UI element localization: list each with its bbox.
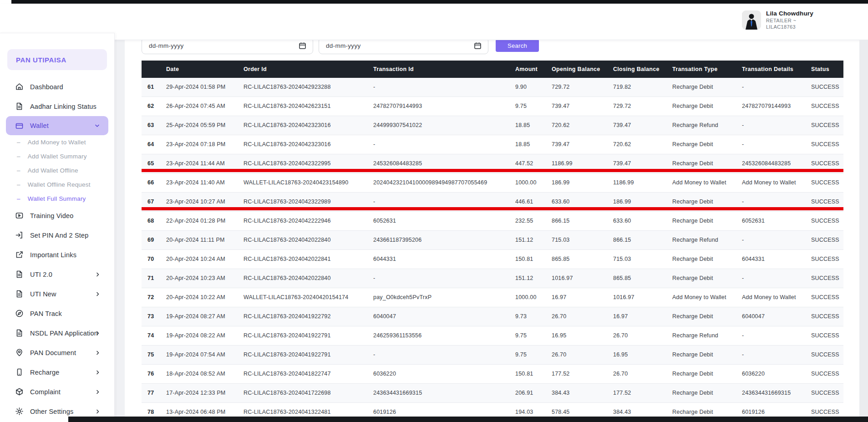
amount-cell: 1000.00: [513, 288, 549, 307]
dash-bullet: –: [17, 195, 20, 202]
sidebar-item-label: Recharge: [30, 369, 59, 376]
transaction-details-cell: 243634431669315: [739, 384, 808, 402]
order-id-cell: WALLET-LILAC18763-20240420154174: [241, 288, 371, 307]
table-row: 7519-Apr-2024 07:54 AMRC-LILAC18763-2024…: [142, 346, 843, 365]
row-number: 71: [142, 269, 163, 288]
vertical-scrollbar-track[interactable]: [859, 40, 868, 417]
table-row: 7120-Apr-2024 10:23 AMRC-LILAC18763-2024…: [142, 269, 843, 288]
status-cell: SUCCESS: [808, 212, 843, 230]
order-id-cell: RC-LILAC18763-2024042222946: [241, 212, 371, 230]
closing-balance-cell: 177.52: [610, 384, 670, 402]
opening-balance-cell: 186.99: [549, 173, 610, 192]
sidebar-item-dashboard[interactable]: Dashboard: [0, 77, 114, 97]
chevron-right-icon: [95, 389, 101, 395]
sidebar-item-set-pin-and-2-step[interactable]: Set PIN And 2 Step: [0, 225, 114, 245]
transaction-details-cell: -: [739, 78, 808, 97]
transaction-type-cell: Recharge Debit: [670, 346, 739, 364]
date-cell: 23-Apr-2024 11:40 AM: [163, 173, 241, 192]
sidebar-item-wallet-full-summary[interactable]: –Wallet Full Summary: [0, 192, 114, 206]
table-row: 7020-Apr-2024 10:24 AMRC-LILAC18763-2024…: [142, 250, 843, 269]
opening-balance-cell: 26.70: [549, 346, 610, 364]
sidebar-item-complaint[interactable]: Complaint: [0, 382, 114, 402]
document-icon: [15, 290, 24, 298]
transaction-id-cell: 6052631: [371, 212, 513, 230]
cube-icon: [15, 387, 24, 396]
transaction-type-cell: Recharge Debit: [670, 135, 739, 154]
chevron-right-icon: [95, 350, 101, 356]
search-button[interactable]: Search: [496, 39, 539, 52]
column-header-date: Date: [163, 61, 241, 78]
column-header-order-id: Order Id: [241, 61, 371, 78]
closing-balance-cell: 739.47: [610, 116, 670, 135]
transaction-id-cell: 246259361153556: [371, 326, 513, 345]
sidebar-item-add-wallet-summary[interactable]: –Add Wallet Summary: [0, 149, 114, 163]
sidebar-item-label: Aadhar Linking Status: [30, 103, 96, 110]
opening-balance-cell: 1016.97: [549, 269, 610, 288]
sidebar-item-aadhar-linking-status[interactable]: Aadhar Linking Status: [0, 97, 114, 116]
closing-balance-cell: 719.82: [610, 78, 670, 97]
sidebar-item-label: Set PIN And 2 Step: [30, 232, 89, 239]
sidebar-item-label: Complaint: [30, 388, 61, 396]
sidebar-item-pan-track[interactable]: PAN Track: [0, 304, 114, 323]
row-number: 63: [142, 116, 163, 135]
transaction-details-cell: Add Money to Wallet: [739, 288, 808, 307]
sidebar: PAN UTIPAISA DashboardAadhar Linking Sta…: [0, 33, 115, 422]
transaction-details-cell: 6052631: [739, 212, 808, 230]
row-number: 69: [142, 231, 163, 249]
sidebar-item-wallet-offline-request[interactable]: –Wallet Offline Request: [0, 178, 114, 192]
red-underline-annotation: [142, 207, 843, 210]
table-row: 6623-Apr-2024 11:40 AMWALLET-LILAC18763-…: [142, 173, 843, 193]
date-cell: 19-Apr-2024 08:22 AM: [163, 326, 241, 345]
date-cell: 22-Apr-2024 01:28 PM: [163, 212, 241, 230]
date-cell: 20-Apr-2024 10:23 AM: [163, 269, 241, 288]
order-id-cell: RC-LILAC18763-2024041822747: [241, 365, 371, 383]
transaction-id-cell: 6036220: [371, 365, 513, 383]
closing-balance-cell: 866.15: [610, 231, 670, 249]
compass-icon: [15, 309, 24, 318]
sidebar-item-pan-document[interactable]: PAN Document: [0, 343, 114, 362]
horizontal-scrollbar[interactable]: [68, 417, 868, 422]
table-row: 7319-Apr-2024 08:27 AMRC-LILAC18763-2024…: [142, 307, 843, 326]
sidebar-item-important-links[interactable]: Important Links: [0, 245, 114, 264]
user-id: LILAC18763: [766, 24, 813, 30]
sidebar-item-uti-new[interactable]: UTI New: [0, 284, 114, 304]
amount-cell: 9.75: [513, 346, 549, 364]
sidebar-item-add-money-to-wallet[interactable]: –Add Money to Wallet: [0, 135, 114, 149]
wallet-icon: [15, 122, 24, 130]
amount-cell: 9.75: [513, 326, 549, 345]
sidebar-item-uti-2-0[interactable]: UTI 2.0: [0, 264, 114, 284]
transaction-details-cell: -: [739, 326, 808, 345]
amount-cell: 1000.00: [513, 173, 549, 192]
date-cell: 26-Apr-2024 07:45 AM: [163, 97, 241, 116]
chevron-right-icon: [95, 408, 101, 414]
closing-balance-cell: 729.72: [610, 97, 670, 116]
closing-balance-cell: 26.70: [610, 365, 670, 383]
opening-balance-cell: 715.03: [549, 231, 610, 249]
closing-balance-cell: 1016.97: [610, 288, 670, 307]
table-row: 6523-Apr-2024 11:44 AMRC-LILAC18763-2024…: [142, 154, 843, 173]
status-cell: SUCCESS: [808, 97, 843, 116]
transaction-id-cell: pay_O0kdceh5PvTrxP: [371, 288, 513, 307]
status-cell: SUCCESS: [808, 78, 843, 97]
sidebar-item-wallet[interactable]: Wallet: [6, 116, 108, 135]
transaction-details-cell: 6044331: [739, 250, 808, 269]
order-id-cell: RC-LILAC18763-2024042022841: [241, 250, 371, 269]
date-cell: 23-Apr-2024 07:18 PM: [163, 135, 241, 154]
sidebar-item-label: Other Settings: [30, 408, 74, 415]
date-cell: 20-Apr-2024 10:22 AM: [163, 288, 241, 307]
sidebar-item-recharge[interactable]: Recharge: [0, 362, 114, 382]
amount-cell: 18.85: [513, 135, 549, 154]
row-number: 75: [142, 346, 163, 364]
transaction-type-cell: Recharge Debit: [670, 384, 739, 402]
sidebar-item-nsdl-pan-application[interactable]: NSDL PAN Application: [0, 323, 114, 343]
user-profile[interactable]: Lila Chowdhury RETAILER ~ LILAC18763: [742, 10, 813, 30]
amount-cell: 150.81: [513, 365, 549, 383]
sidebar-item-label: UTI 2.0: [30, 271, 52, 278]
sidebar-item-add-wallet-offline[interactable]: –Add Wallet Offline: [0, 163, 114, 178]
transaction-id-cell: -: [371, 135, 513, 154]
sidebar-item-label: Wallet: [30, 122, 49, 129]
app-header: Lila Chowdhury RETAILER ~ LILAC18763: [0, 4, 868, 40]
closing-balance-cell: 720.62: [610, 135, 670, 154]
chevron-right-icon: [95, 271, 101, 277]
sidebar-item-training-video[interactable]: Training Video: [0, 206, 114, 225]
